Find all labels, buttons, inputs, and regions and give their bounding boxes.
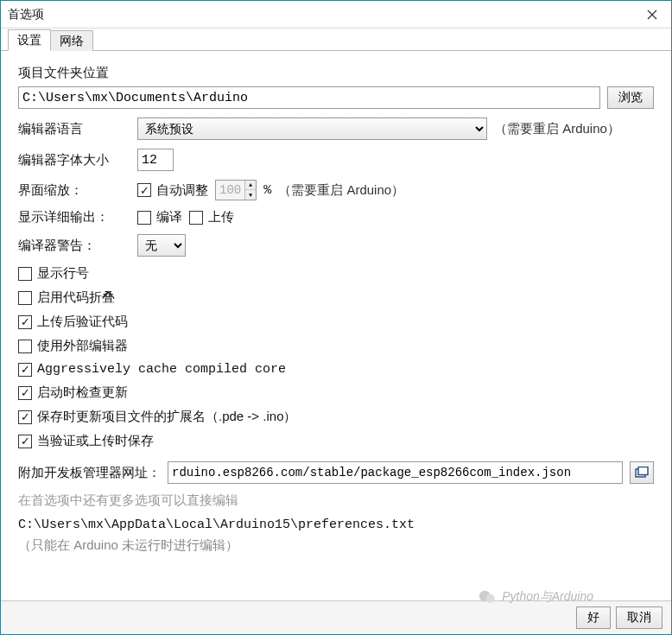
- option-checkbox-7[interactable]: 当验证或上传时保存: [18, 433, 654, 449]
- cancel-button[interactable]: 取消: [616, 606, 662, 629]
- dialog-footer: 好 取消: [1, 600, 671, 634]
- option-checkbox-5[interactable]: 启动时检查更新: [18, 384, 654, 401]
- uiscale-pct: %: [263, 183, 271, 198]
- close-icon: [647, 10, 657, 20]
- browse-button[interactable]: 浏览: [607, 86, 654, 109]
- option-checkbox-0[interactable]: 显示行号: [18, 265, 654, 282]
- verbose-upload-label: 上传: [208, 209, 234, 225]
- boards-url-input[interactable]: [168, 461, 623, 484]
- uiscale-value: 100: [216, 183, 244, 197]
- option-label: 当验证或上传时保存: [37, 433, 154, 449]
- checkbox-icon: [18, 340, 32, 353]
- spinner-controls: ▲ ▼: [244, 181, 256, 200]
- verbose-compile-label: 编译: [156, 209, 182, 225]
- tab-settings[interactable]: 设置: [8, 29, 51, 51]
- checkbox-icon: [137, 211, 151, 225]
- checkbox-icon: [18, 410, 32, 424]
- settings-panel: 项目文件夹位置 浏览 编辑器语言 系统预设 （需要重启 Arduino） 编辑器…: [1, 51, 671, 600]
- uiscale-auto-checkbox[interactable]: 自动调整: [137, 182, 208, 199]
- option-label: 显示行号: [37, 265, 89, 282]
- option-label: 保存时更新项目文件的扩展名（.pde -> .ino）: [37, 409, 296, 425]
- language-select[interactable]: 系统预设: [137, 117, 487, 140]
- prefs-file-path: C:\Users\mx\AppData\Local\Arduino15\pref…: [18, 518, 654, 532]
- tab-network[interactable]: 网络: [50, 30, 93, 51]
- fontsize-input[interactable]: [137, 149, 174, 171]
- more-prefs-hint: 在首选项中还有更多选项可以直接编辑: [18, 492, 654, 509]
- preferences-window: 首选项 设置 网络 项目文件夹位置 浏览 编辑器语言 系统预设 （需要重启 Ar…: [0, 0, 672, 635]
- checkbox-icon: [18, 386, 32, 400]
- option-label: 上传后验证代码: [37, 314, 128, 330]
- option-checkbox-1[interactable]: 启用代码折叠: [18, 289, 654, 306]
- option-checkbox-2[interactable]: 上传后验证代码: [18, 314, 654, 330]
- checkbox-icon: [18, 435, 32, 448]
- uiscale-label: 界面缩放：: [18, 182, 130, 199]
- boards-url-edit-button[interactable]: [630, 461, 654, 484]
- window-title: 首选项: [8, 7, 633, 22]
- option-checkbox-4[interactable]: Aggressively cache compiled core: [18, 362, 654, 377]
- uiscale-auto-label: 自动调整: [156, 182, 208, 199]
- language-label: 编辑器语言: [18, 121, 130, 137]
- spinner-up-icon[interactable]: ▲: [245, 181, 256, 190]
- checkbox-icon: [18, 267, 32, 281]
- uiscale-restart-note: （需要重启 Arduino）: [278, 182, 404, 199]
- warnings-label: 编译器警告：: [18, 238, 130, 254]
- warnings-select[interactable]: 无: [137, 234, 186, 257]
- ok-button[interactable]: 好: [576, 606, 611, 629]
- language-restart-note: （需要重启 Arduino）: [494, 121, 620, 137]
- uiscale-spinner[interactable]: 100 ▲ ▼: [215, 180, 257, 200]
- option-checkbox-3[interactable]: 使用外部编辑器: [18, 338, 654, 354]
- spinner-down-icon[interactable]: ▼: [245, 190, 256, 200]
- checkbox-icon: [18, 315, 32, 329]
- sketchbook-path-input[interactable]: [18, 86, 600, 109]
- close-button[interactable]: [633, 1, 671, 29]
- option-label: Aggressively cache compiled core: [37, 362, 286, 377]
- svg-rect-1: [638, 467, 648, 475]
- boards-url-label: 附加开发板管理器网址：: [18, 465, 161, 481]
- checkbox-icon: [18, 363, 32, 377]
- checkbox-icon: [137, 183, 151, 197]
- options-list: 显示行号启用代码折叠上传后验证代码使用外部编辑器Aggressively cac…: [18, 265, 654, 449]
- verbose-label: 显示详细输出：: [18, 209, 130, 225]
- fontsize-label: 编辑器字体大小: [18, 152, 130, 168]
- option-label: 启动时检查更新: [37, 384, 128, 401]
- verbose-upload-checkbox[interactable]: 上传: [189, 209, 234, 225]
- checkbox-icon: [18, 291, 32, 305]
- window-icon: [635, 467, 649, 479]
- checkbox-icon: [189, 211, 203, 225]
- option-label: 使用外部编辑器: [37, 338, 128, 354]
- sketchbook-label: 项目文件夹位置: [18, 65, 654, 81]
- prefs-edit-note: （只能在 Arduino 未运行时进行编辑）: [18, 537, 654, 554]
- tabstrip: 设置 网络: [1, 29, 671, 51]
- verbose-compile-checkbox[interactable]: 编译: [137, 209, 182, 225]
- option-checkbox-6[interactable]: 保存时更新项目文件的扩展名（.pde -> .ino）: [18, 409, 654, 425]
- option-label: 启用代码折叠: [37, 289, 115, 306]
- titlebar: 首选项: [1, 1, 671, 29]
